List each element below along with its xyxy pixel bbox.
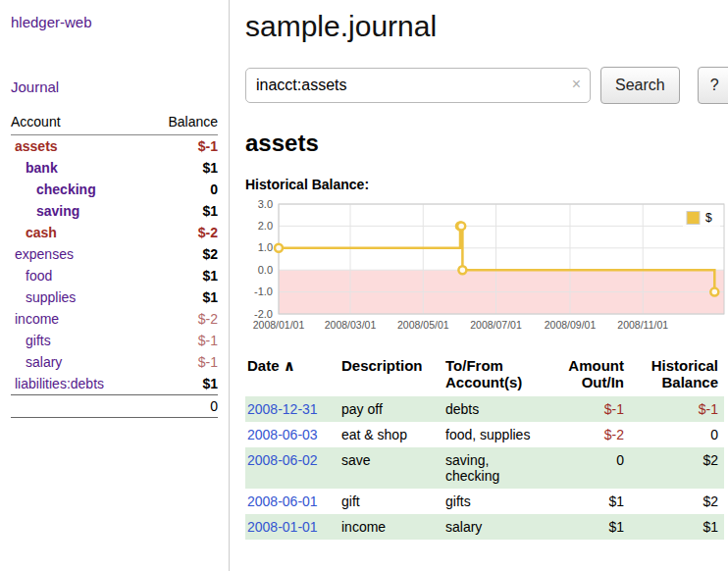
search-bar: × Search ? xyxy=(245,67,728,104)
data-point-marker xyxy=(458,266,466,274)
svg-text:2008/01/01: 2008/01/01 xyxy=(253,319,305,331)
transaction-date-link[interactable]: 2008-06-03 xyxy=(247,427,318,442)
account-name-cell: income xyxy=(11,308,146,330)
data-point-marker xyxy=(457,222,465,230)
account-name-cell: checking xyxy=(11,179,146,200)
transaction-accounts: debts xyxy=(443,396,546,422)
account-name-cell: expenses xyxy=(11,243,146,265)
app-title-link[interactable]: hledger-web xyxy=(11,14,92,30)
account-link[interactable]: gifts xyxy=(26,333,51,348)
transaction-date-cell: 2008-06-03 xyxy=(245,422,339,447)
account-name-cell: salary xyxy=(11,351,146,373)
transaction-accounts: saving, checking xyxy=(443,447,546,489)
help-button[interactable]: ? xyxy=(698,67,728,104)
account-link[interactable]: cash xyxy=(26,225,57,240)
account-link[interactable]: expenses xyxy=(15,246,74,262)
account-row: gifts$-1 xyxy=(11,330,218,351)
transaction-date-link[interactable]: 2008-12-31 xyxy=(247,401,318,417)
account-heading: assets xyxy=(245,130,728,157)
nav-journal-link[interactable]: Journal xyxy=(11,78,59,95)
register-col-amount: Amount Out/In xyxy=(546,355,630,396)
transaction-description: gift xyxy=(339,489,443,514)
account-link[interactable]: liabilities:debts xyxy=(15,376,104,391)
account-name-cell: bank xyxy=(11,157,146,179)
transaction-balance: $2 xyxy=(630,489,724,514)
accounts-total-row: 0 xyxy=(11,395,218,418)
svg-text:2008/09/01: 2008/09/01 xyxy=(545,319,597,331)
transaction-date-link[interactable]: 2008-06-02 xyxy=(247,452,318,468)
account-link[interactable]: assets xyxy=(15,138,58,154)
svg-text:0.0: 0.0 xyxy=(258,264,273,276)
legend-label: $ xyxy=(705,211,712,225)
account-row: expenses$2 xyxy=(11,243,218,265)
transaction-amount: $1 xyxy=(546,514,630,540)
accounts-table: Account Balance assets$-1bank$1checking0… xyxy=(11,112,218,418)
transaction-date-cell: 2008-06-02 xyxy=(245,447,339,489)
svg-text:2008/05/01: 2008/05/01 xyxy=(397,319,449,331)
transaction-description: save xyxy=(339,447,443,489)
transaction-date-cell: 2008-06-01 xyxy=(245,489,339,514)
search-button[interactable]: Search xyxy=(600,67,680,104)
account-name-cell: supplies xyxy=(11,286,146,308)
transaction-date-cell: 2008-12-31 xyxy=(245,396,339,422)
account-link[interactable]: supplies xyxy=(26,289,76,305)
register-col-date-label: Date xyxy=(247,357,280,374)
transaction-date-cell: 2008-01-01 xyxy=(245,514,339,540)
transaction-accounts: salary xyxy=(443,514,546,540)
account-row: liabilities:debts$1 xyxy=(11,373,218,395)
svg-text:2008/03/01: 2008/03/01 xyxy=(325,319,377,331)
account-balance: $1 xyxy=(146,200,218,222)
account-name-cell: assets xyxy=(11,135,146,158)
account-name-cell: gifts xyxy=(11,330,146,351)
accounts-col-account: Account xyxy=(11,112,146,135)
svg-text:3.0: 3.0 xyxy=(258,198,273,210)
clear-search-icon[interactable]: × xyxy=(572,76,581,93)
svg-text:1.0: 1.0 xyxy=(258,241,273,253)
transaction-accounts: gifts xyxy=(443,489,546,514)
register-col-balance: Historical Balance xyxy=(630,355,724,396)
account-balance: $-2 xyxy=(146,222,218,243)
account-row: salary$-1 xyxy=(11,351,218,373)
account-link[interactable]: bank xyxy=(26,160,58,176)
account-row: bank$1 xyxy=(11,157,218,179)
account-row: supplies$1 xyxy=(11,286,218,308)
account-row: assets$-1 xyxy=(11,135,218,158)
account-balance: $-1 xyxy=(146,330,218,351)
transaction-amount: $-2 xyxy=(546,422,630,447)
accounts-header-row: Account Balance xyxy=(11,112,218,135)
account-balance: $2 xyxy=(146,243,218,265)
account-link[interactable]: food xyxy=(26,268,52,284)
account-balance: $-2 xyxy=(146,308,218,330)
register-col-date[interactable]: Date ∧ xyxy=(245,355,339,396)
transaction-description: income xyxy=(339,514,443,540)
transaction-date-link[interactable]: 2008-01-01 xyxy=(247,519,318,535)
legend-swatch xyxy=(687,212,700,225)
transaction-balance: $-1 xyxy=(630,396,724,422)
account-balance: $-1 xyxy=(146,351,218,373)
svg-text:2008/11/01: 2008/11/01 xyxy=(617,319,668,331)
transaction-row: 2008-01-01incomesalary$1$1 xyxy=(245,514,724,540)
search-box: × xyxy=(245,68,591,103)
transaction-accounts: food, supplies xyxy=(443,422,546,447)
transaction-balance: $1 xyxy=(630,514,724,540)
transaction-date-link[interactable]: 2008-06-01 xyxy=(247,493,318,509)
register-col-description: Description xyxy=(339,355,443,396)
account-row: cash$-2 xyxy=(11,222,218,243)
transaction-row: 2008-12-31pay offdebts$-1$-1 xyxy=(245,396,724,422)
balance-chart: 3.02.01.00.0-1.0-2.02008/01/012008/03/01… xyxy=(245,198,728,343)
account-link[interactable]: salary xyxy=(26,354,62,370)
account-name-cell: cash xyxy=(11,222,146,243)
svg-text:-2.0: -2.0 xyxy=(254,308,273,320)
sidebar: hledger-web Journal Account Balance asse… xyxy=(0,0,230,571)
page-title: sample.journal xyxy=(245,10,728,43)
account-balance: 0 xyxy=(146,179,218,200)
account-link[interactable]: income xyxy=(15,311,59,327)
register-table: Date ∧ Description To/From Account(s) Am… xyxy=(245,355,724,540)
account-row: checking0 xyxy=(11,179,218,200)
account-link[interactable]: checking xyxy=(36,182,96,197)
search-input[interactable] xyxy=(245,68,591,103)
data-point-marker xyxy=(710,288,718,296)
main-content: sample.journal × Search ? assets Histori… xyxy=(230,0,728,571)
transaction-description: eat & shop xyxy=(339,422,443,447)
account-link[interactable]: saving xyxy=(36,203,79,219)
